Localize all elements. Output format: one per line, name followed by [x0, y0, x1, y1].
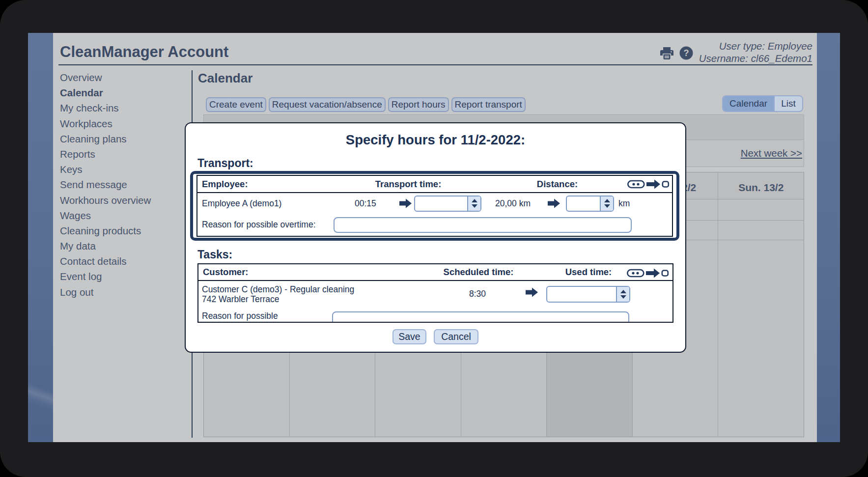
spinner-down-icon — [604, 204, 610, 208]
dialog-title: Specify hours for 11/2-2022: — [186, 131, 685, 149]
sidebar-item-contact-details[interactable]: Contact details — [60, 253, 151, 269]
allday-cell[interactable] — [718, 221, 804, 240]
transport-reason-label: Reason for possible overtime: — [197, 220, 334, 230]
day-header: Sun. 13/2 — [718, 172, 804, 199]
arrow-right-icon — [526, 287, 538, 300]
spinner-down-icon — [620, 295, 626, 299]
col-scheduled-time: Scheduled time: — [405, 267, 552, 278]
sidebar-item-cleaning-products[interactable]: Cleaning products — [60, 223, 151, 238]
col-employee: Employee: — [197, 179, 329, 190]
spinner-up-icon — [604, 199, 610, 202]
used-time-input[interactable] — [546, 286, 630, 303]
employee-name: Employee A (demo1) — [202, 193, 281, 214]
task-row: Customer C (demo3) - Regular cleaning 74… — [198, 281, 672, 309]
specify-hours-dialog: Specify hours for 11/2-2022: Transport: … — [185, 122, 686, 353]
header-icons: ? — [660, 46, 693, 62]
scheduled-transport-time: 00:15 — [355, 193, 376, 214]
tasks-section-label: Tasks: — [197, 248, 232, 261]
sidebar-item-my-check-ins[interactable]: My check-ins — [60, 100, 151, 115]
next-week-link[interactable]: Next week >> — [741, 147, 802, 159]
customer-line2: 742 Warbler Terrace — [202, 294, 354, 304]
sidebar-item-cleaning-plans[interactable]: Cleaning plans — [60, 131, 151, 146]
sidebar-item-wages[interactable]: Wages — [60, 208, 151, 223]
sidebar-item-my-data[interactable]: My data — [60, 238, 151, 253]
user-type: User type: Employee — [699, 40, 812, 52]
sidebar-item-reports[interactable]: Reports — [60, 146, 151, 162]
spinner-control[interactable] — [616, 287, 629, 302]
col-distance: Distance: — [487, 179, 627, 190]
sidebar-item-event-log[interactable]: Event log — [60, 269, 151, 284]
customer-name: Customer C (demo3) - Regular cleaning 74… — [202, 284, 354, 304]
sidebar-item-keys[interactable]: Keys — [60, 162, 151, 177]
app-title: CleanManager Account — [60, 44, 228, 60]
report-hours-button[interactable]: Report hours — [388, 97, 449, 112]
view-toggle-list[interactable]: List — [775, 96, 802, 111]
create-event-button[interactable]: Create event — [206, 97, 266, 112]
planned-actual-icons — [627, 268, 669, 281]
spinner-control[interactable] — [467, 196, 480, 211]
request-vacation-button[interactable]: Request vacation/absence — [269, 97, 386, 112]
transport-table: Employee: Transport time: Distance: — [196, 175, 673, 237]
task-reason-label: Reason for possible overtime: — [202, 310, 300, 323]
scheduled-time-value: 8:30 — [428, 289, 527, 299]
transport-section-label: Transport: — [197, 156, 253, 170]
save-button[interactable]: Save — [392, 329, 426, 344]
sidebar-item-send-message[interactable]: Send message — [60, 177, 151, 192]
sidebar-item-workplaces[interactable]: Workplaces — [60, 116, 151, 131]
arrow-right-icon — [548, 193, 560, 214]
printer-icon[interactable] — [660, 47, 673, 61]
view-toggle: Calendar List — [722, 95, 803, 112]
spinner-control[interactable] — [600, 196, 613, 211]
day-body-cell[interactable] — [718, 240, 804, 437]
tasks-table-header: Customer: Scheduled time: Used time: — [198, 264, 672, 281]
calendar-toolbar: Create event Request vacation/absence Re… — [206, 97, 526, 112]
transport-table-header: Employee: Transport time: Distance: — [197, 176, 672, 193]
sidebar-item-overview[interactable]: Overview — [60, 70, 151, 85]
page-title: Calendar — [198, 71, 252, 85]
planned-actual-icons — [627, 179, 675, 189]
sidebar-item-log-out[interactable]: Log out — [60, 284, 151, 300]
sidebar-item-calendar[interactable]: Calendar — [60, 85, 151, 100]
col-transport-time: Transport time: — [329, 179, 487, 190]
sidebar-nav: Overview Calendar My check-ins Workplace… — [60, 70, 151, 300]
transport-reason-row: Reason for possible overtime: — [197, 214, 672, 236]
svg-text:?: ? — [684, 48, 689, 58]
tasks-table: Customer: Scheduled time: Used time: Cus… — [197, 263, 673, 323]
col-customer: Customer: — [203, 267, 249, 278]
day-column-sun[interactable]: Sun. 13/2 — [718, 172, 804, 437]
spinner-up-icon — [620, 290, 626, 293]
sidebar-item-workhours-overview[interactable]: Workhours overview — [60, 193, 151, 208]
allday-cell[interactable] — [718, 199, 804, 221]
help-icon[interactable]: ? — [679, 46, 693, 62]
col-used-time: Used time: — [542, 267, 635, 278]
dialog-buttons: Save Cancel — [186, 329, 685, 344]
transport-highlight-ring: Employee: Transport time: Distance: — [190, 171, 679, 241]
task-reason-input[interactable] — [332, 311, 629, 323]
scheduled-distance: 20,00 km — [495, 193, 531, 214]
arrow-right-icon — [399, 193, 412, 214]
customer-line1: Customer C (demo3) - Regular cleaning — [202, 284, 354, 294]
background-art — [28, 349, 53, 442]
spinner-up-icon — [472, 199, 477, 202]
transport-reason-input[interactable] — [334, 217, 632, 233]
distance-input[interactable] — [566, 193, 614, 214]
transport-time-input[interactable] — [414, 193, 481, 214]
cancel-button[interactable]: Cancel — [434, 329, 478, 344]
report-transport-button[interactable]: Report transport — [451, 97, 526, 112]
spinner-down-icon — [472, 204, 477, 208]
transport-row: Employee A (demo1) 00:15 20,00 km — [197, 193, 672, 214]
screenshot-stage: CleanManager Account ? — [0, 0, 868, 477]
distance-unit: km — [618, 193, 630, 214]
view-toggle-calendar[interactable]: Calendar — [723, 96, 775, 111]
username: Username: cl66_Edemo1 — [699, 52, 812, 64]
user-info: User type: Employee Username: cl66_Edemo… — [699, 40, 812, 64]
header-rule — [58, 64, 812, 65]
